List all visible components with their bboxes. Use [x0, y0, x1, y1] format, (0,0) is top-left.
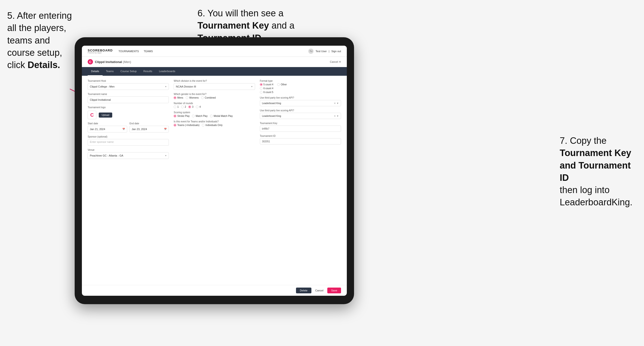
- tablet-device: SCOREBOARD Powered by clippd TOURNAMENTS…: [75, 37, 354, 304]
- third-party-2-input[interactable]: Leaderboard King ✕ ▼: [260, 113, 341, 119]
- start-date-input[interactable]: Jan 21, 2024 📅: [88, 126, 127, 133]
- logo-area: C Upload: [88, 111, 169, 119]
- format-6count4[interactable]: 6 count 4: [260, 87, 341, 90]
- form-col-3: Format type 5 count 4 Other: [260, 80, 341, 281]
- division-label: Which division is the event for?: [174, 80, 255, 82]
- radio-6count5-circle: [260, 91, 262, 94]
- chevron-down-icon: ▼: [165, 86, 167, 88]
- tournament-title: Clippd Invitational (Men): [95, 60, 131, 64]
- tournament-logo-group: Tournament logo C Upload: [88, 106, 169, 119]
- format-label: Format type: [260, 80, 341, 82]
- scoring-medal[interactable]: Medal Match Play: [210, 115, 233, 117]
- sponsor-group: Sponsor (optional) Enter sponsor name: [88, 135, 169, 146]
- radio-match-circle: [192, 115, 194, 117]
- tab-leaderboards[interactable]: Leaderboards: [156, 67, 179, 76]
- end-date-input[interactable]: Jan 23, 2024 📅: [130, 126, 169, 133]
- rounds-group: Number of rounds 1 2 3: [174, 102, 255, 108]
- tab-teams[interactable]: Teams: [102, 67, 117, 76]
- radio-individuals-circle: [202, 124, 204, 127]
- tournament-key-label: Tournament Key: [260, 122, 341, 125]
- radio-stroke-circle: [174, 115, 176, 117]
- tournament-id-value: 302051: [260, 138, 341, 145]
- logo-preview-c: C: [90, 112, 94, 118]
- division-input[interactable]: NCAA Division III ▼: [174, 83, 255, 90]
- venue-input[interactable]: Peachtree GC - Atlanta - GA ▼: [88, 152, 169, 159]
- gender-combined[interactable]: Combined: [201, 96, 216, 99]
- format-other[interactable]: Other: [277, 83, 287, 86]
- rounds-1[interactable]: 1: [174, 106, 179, 108]
- division-chevron-icon: ▼: [251, 86, 253, 88]
- tournament-id-group: Tournament ID 302051: [260, 135, 341, 145]
- sub-header-left: C Clippd Invitational (Men): [88, 59, 131, 64]
- delete-button[interactable]: Delete: [296, 288, 312, 293]
- radio-other-circle: [277, 83, 280, 86]
- tab-course-setup[interactable]: Course Setup: [117, 67, 140, 76]
- tournament-logo-small: C: [88, 59, 93, 64]
- division-group: Which division is the event for? NCAA Di…: [174, 80, 255, 90]
- radio-4-circle: [196, 106, 198, 108]
- teams-teams[interactable]: Teams (+Individuals): [174, 124, 200, 127]
- radio-medal-circle: [210, 115, 213, 117]
- format-5count4[interactable]: 5 count 4: [260, 83, 273, 86]
- annotation-left: 5. After entering all the players, teams…: [7, 10, 75, 71]
- gender-group: Which gender is the event for? Mens Wome…: [174, 93, 255, 99]
- scoring-label: Scoring system: [174, 111, 255, 114]
- user-avatar: TU: [308, 49, 314, 54]
- nav-teams[interactable]: TEAMS: [144, 50, 153, 53]
- scoring-radio-group: Stroke Play Match Play Medal Match Play: [174, 115, 255, 117]
- sign-out-link[interactable]: Sign out: [332, 50, 341, 53]
- tab-details[interactable]: Details: [88, 67, 102, 76]
- radio-teams-circle: [174, 124, 176, 127]
- gender-womens[interactable]: Womens: [186, 96, 199, 99]
- clear-icon-1[interactable]: ✕ ▼: [334, 102, 339, 105]
- rounds-radio-group: 1 2 3 4: [174, 106, 255, 108]
- tournament-name-input[interactable]: Clippd Invitational: [88, 96, 169, 103]
- end-date-label: End date: [130, 122, 169, 125]
- teams-group: Is this event for Teams and/or Individua…: [174, 120, 255, 127]
- radio-mens-circle: [174, 96, 176, 99]
- venue-chevron-icon: ▼: [165, 155, 167, 157]
- radio-6count4-circle: [260, 87, 262, 90]
- form-col-1: Tournament Host Clippd College - Men ▼ T…: [88, 80, 169, 281]
- save-button[interactable]: Save: [327, 288, 341, 293]
- brand-name: SCOREBOARD: [88, 49, 113, 52]
- radio-womens-circle: [186, 96, 188, 99]
- third-party-2-label: Use third-party live scoring API?: [260, 109, 341, 112]
- nav-links: TOURNAMENTS TEAMS: [118, 50, 302, 53]
- tournament-host-group: Tournament Host Clippd College - Men ▼: [88, 80, 169, 90]
- nav-tournaments[interactable]: TOURNAMENTS: [118, 50, 139, 53]
- scoring-group: Scoring system Stroke Play Match Play: [174, 111, 255, 117]
- end-date-group: End date Jan 23, 2024 📅: [130, 122, 169, 133]
- rounds-4[interactable]: 4: [196, 106, 201, 108]
- teams-radio-group: Teams (+Individuals) Individuals Only: [174, 124, 255, 127]
- scoring-stroke[interactable]: Stroke Play: [174, 115, 190, 117]
- upload-button[interactable]: Upload: [99, 113, 112, 118]
- cancel-button[interactable]: Cancel: [313, 288, 325, 293]
- scoring-match[interactable]: Match Play: [192, 115, 207, 117]
- calendar-icon: 📅: [122, 128, 125, 130]
- third-party-1-label: Use third-party live scoring API?: [260, 96, 341, 99]
- third-party-2-group: Use third-party live scoring API? Leader…: [260, 109, 341, 119]
- tab-results[interactable]: Results: [140, 67, 156, 76]
- sponsor-input[interactable]: Enter sponsor name: [88, 139, 169, 146]
- format-6count5[interactable]: 6 count 5: [260, 91, 341, 94]
- rounds-2[interactable]: 2: [181, 106, 186, 108]
- clear-icon-2[interactable]: ✕ ▼: [334, 115, 339, 117]
- venue-label: Venue: [88, 149, 169, 151]
- sub-header: C Clippd Invitational (Men) Cancel ✕: [82, 57, 347, 67]
- form-area: Tournament Host Clippd College - Men ▼ T…: [82, 76, 347, 285]
- radio-3-circle: [188, 106, 191, 108]
- tournament-host-input[interactable]: Clippd College - Men ▼: [88, 83, 169, 90]
- radio-combined-circle: [201, 96, 204, 99]
- format-group: Format type 5 count 4 Other: [260, 80, 341, 94]
- format-row-1: 5 count 4 Other: [260, 83, 341, 86]
- third-party-1-input[interactable]: Leaderboard King ✕ ▼: [260, 100, 341, 106]
- teams-individuals[interactable]: Individuals Only: [202, 124, 222, 127]
- gender-mens[interactable]: Mens: [174, 96, 183, 99]
- calendar-icon-end: 📅: [164, 128, 167, 130]
- rounds-3[interactable]: 3: [188, 106, 194, 108]
- tournament-name-group: Tournament name Clippd Invitational: [88, 93, 169, 103]
- tournament-name-label: Tournament name: [88, 93, 169, 95]
- top-nav: SCOREBOARD Powered by clippd TOURNAMENTS…: [82, 46, 347, 57]
- sub-header-cancel[interactable]: Cancel ✕: [330, 60, 341, 63]
